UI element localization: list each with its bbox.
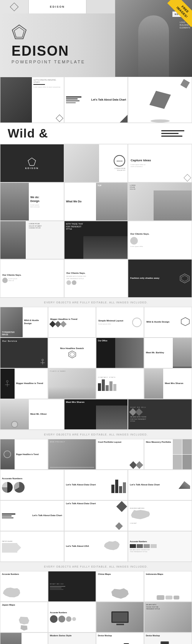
slide-cell-37: Let's Talk About Data Chart — [128, 470, 192, 500]
slide-cell-31: Bigger Headline is Trend — [0, 439, 48, 470]
slide-cell-53: Modern Swiss Style — [48, 632, 96, 644]
slide-cell-32: WEB PROJECT — [48, 439, 96, 470]
slide-cell-21: Nice Headline Swatch — [48, 338, 96, 368]
slide-capture: Capture Ideas — [131, 159, 189, 162]
slide-cell-45: WHAT WE DO — [48, 571, 96, 602]
objects-label-2: EVERY OBJECTS ARE FULLY EDITABLE. ALL IM… — [0, 430, 192, 439]
slide-cell-5: EDISON LOREM IPSUMDOLOR SIT — [64, 144, 128, 182]
slide-clients-says-3: Our Clients Says. — [66, 272, 126, 275]
slide-cell-28: Meet Mr. Oliver — [0, 399, 64, 430]
slide-nice-headline: Nice Headline Swatch — [60, 347, 84, 350]
slide-bigger-headline-2: Bigger Headline is Trend — [16, 382, 43, 385]
slide-cell-48: Japan Maps — [0, 602, 48, 632]
slide-cell-44: Accurate Numbers — [0, 571, 48, 602]
slide-cell-16: TYPEWRITERIMAGE Wild & Hustle Design — [0, 307, 48, 338]
slide-meet-barkley: Meet Mr. Barkley — [146, 351, 164, 354]
slide-cell-47: Indonesia Maps — [144, 571, 192, 602]
slide-cell-7: We do:Design Lorem ipsumdolor sit amet — [0, 182, 64, 221]
slide-accurate-2: Accurate Numbers — [130, 540, 190, 543]
slide-row-10: Bigger Headline is Trend WEB PROJECT Coo… — [0, 439, 192, 470]
slide-meet-sharon-2: Meet Mrs Sharon — [66, 401, 84, 404]
slide-cell-15: Fashion only shades away — [128, 259, 192, 298]
slide-cell-40: BUILDING NATIONS USA MAP — [128, 500, 192, 531]
slide-bigger-headline: Bigger Headline is Trend — [50, 318, 94, 321]
hero-section: EDISON LOGOBUILDINGELEMENTS EDISON EDISO… — [0, 0, 192, 77]
slide-row-6: TYPEWRITERIMAGE Wild & Hustle Design Big… — [0, 307, 192, 338]
hero-diamond-icon — [12, 24, 27, 40]
slide-hex-icon-2 — [180, 317, 190, 326]
slide-row-3: We do:Design Lorem ipsumdolor sit amet W… — [0, 182, 192, 221]
slide-row-5: Our Clients Says. Lorem ipsumdolor sit O… — [0, 259, 192, 298]
slide-cell-2: Let's Talk About Data Chart — [64, 77, 128, 123]
slide-cell-8: What We Do TOP — [64, 182, 128, 221]
objects-label-3: EVERY OBJECTS ARE FULLY EDITABLE. ALL IM… — [0, 562, 192, 571]
svg-point-6 — [42, 359, 44, 361]
slide-lets-talk: Let's Talk About Data Chart — [91, 98, 126, 102]
slide-meet-oliver: Meet Mr. Oliver — [30, 413, 47, 416]
slide-simple-minimal: Simple Minimal Layout — [98, 320, 123, 323]
slide-device-mockup-1: Device Mockup — [98, 634, 112, 637]
slide-cell-22: Our Office — [96, 338, 144, 368]
slide-cell-19: Wild & Hustle Design — [144, 307, 192, 338]
slide-lets-talk-2: Let's Talk About Data Chart — [66, 483, 96, 487]
slide-row-9: Meet Mr. Oliver Meet Mrs Sharon WHAT WE … — [0, 399, 192, 430]
slide-row-13: PAPER BLANK Let's Talk About USA Accurat… — [0, 531, 192, 562]
slide-wild-hustle: Wild & Hustle Design — [24, 319, 46, 325]
slide-row-11: Accurate Numbers Let's Talk About Data C… — [0, 470, 192, 500]
slide-cell-41: PAPER BLANK — [0, 531, 64, 562]
slide-cell-24: Bigger Headline is Trend — [0, 368, 48, 399]
slide-cell-38: Let's Talk About Data Chart — [0, 500, 64, 531]
anchor-icon — [39, 358, 46, 365]
slide-cell-42: Let's Talk About USA — [64, 531, 128, 562]
slide-row-7: Our Service Nice Headline Swatch Our Off… — [0, 338, 192, 368]
svg-marker-10 — [70, 352, 74, 356]
slide-lets-talk-usa: Let's Talk About USA — [66, 545, 89, 548]
slide-diamond-icon — [28, 157, 36, 166]
slide-row-8: Bigger Headline is Trend PLACE & NAME CO… — [0, 368, 192, 399]
slide-hex-icon — [179, 273, 190, 284]
slide-our-office: Our Office — [98, 339, 107, 342]
svg-marker-2 — [28, 158, 36, 166]
slide-row-12: Let's Talk About Data Chart Let's Talk A… — [0, 500, 192, 531]
slide-row-14: Accurate Numbers WHAT WE DO China Maps — [0, 571, 192, 602]
slide-cell-33: Cool Portfolio Layout — [96, 439, 144, 470]
slide-cell-29: Meet Mrs Sharon — [64, 399, 128, 430]
slide-row-15: Japan Maps Accurate Numbers — [0, 602, 192, 632]
slide-cell-20: Our Service — [0, 338, 48, 368]
hero-subtitle: POWERPOINT TEMPLATE — [12, 60, 180, 64]
slide-meet-mrs-sharon: Meet Mrs Sharon — [165, 382, 183, 385]
slide-china-maps: China Maps — [98, 573, 142, 576]
slide-cell-6: Capture Ideas Lorem ipsum dolor sitamet … — [128, 144, 192, 182]
slide-row-16: BROWSECONTENT Mock-up Included Modern Sw… — [0, 632, 192, 644]
slide-cell-23: Meet Mr. Barkley — [144, 338, 192, 368]
slide-cell-4: EDISON — [0, 144, 64, 182]
slide-cell-9: LOREMIPSUMDOLOR — [128, 182, 192, 221]
slide-lets-talk-4: Let's Talk About Data Chart — [32, 514, 62, 517]
svg-point-11 — [7, 381, 8, 382]
slide-cell-50 — [96, 602, 144, 632]
slide-row-1: LET'S CREATE AMAZING STUFF Lorem ipsum d… — [0, 77, 192, 123]
slide-cell-13: Our Clients Says. Lorem ipsumdolor sit — [0, 259, 64, 298]
slide-cell-30: WHAT WE SELL WE ARE WITH THOSEFOR THE TR… — [128, 399, 192, 430]
slide-row-4: LOREM IPSUMDOLOR SIT AMETCONSECTETUR WIT… — [0, 221, 192, 259]
slide-cell-43: Accurate Numbers WE ARE WITH THOSE FORTH… — [128, 531, 192, 562]
wild-text: Wild & — [0, 126, 48, 141]
wild-lines-decoration — [161, 130, 184, 137]
slide-cell-35: Accurate Numbers — [0, 470, 64, 500]
slide-cell-26: COMPANY STATS — [96, 368, 144, 399]
slide-device-mockup-2: Device Mockup — [146, 634, 160, 637]
slide-japan-maps: Japan Maps — [2, 604, 46, 607]
slide-fashion: Fashion only shades away — [130, 277, 159, 280]
slide-row-2: EDISON EDISON LOREM IPSUMDOLOR SIT Captu… — [0, 144, 192, 182]
slide-accurate-numbers: Accurate Numbers — [2, 477, 62, 480]
slide-bigger-headline-3: Bigger Headline is Trend — [16, 453, 39, 456]
objects-label-1: EVERY OBJECTS ARE FULLY EDITABLE. ALL IM… — [0, 298, 192, 307]
svg-marker-1 — [14, 27, 24, 37]
slide-cell-12: Our Clients Says. Lorem ipsum dolor — [128, 221, 192, 259]
slide-clients-says-1: Our Clients Says. — [130, 233, 190, 236]
slide-modern-swiss: Modern Swiss Style — [50, 634, 94, 637]
slide-hex-icon-3 — [68, 350, 76, 359]
slide-cell-10: LOREM IPSUMDOLOR SIT AMETCONSECTETUR — [0, 221, 64, 259]
slide-indonesia-maps: Indonesia Maps — [146, 573, 190, 576]
slide-lets-talk-5: Let's Talk About Data Chart — [66, 502, 101, 505]
